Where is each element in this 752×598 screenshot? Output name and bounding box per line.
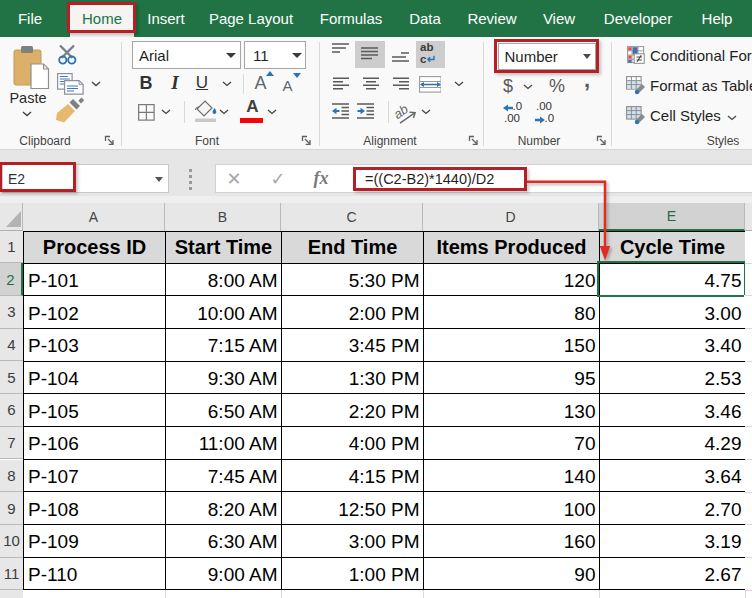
svg-text:ab: ab <box>395 101 411 122</box>
